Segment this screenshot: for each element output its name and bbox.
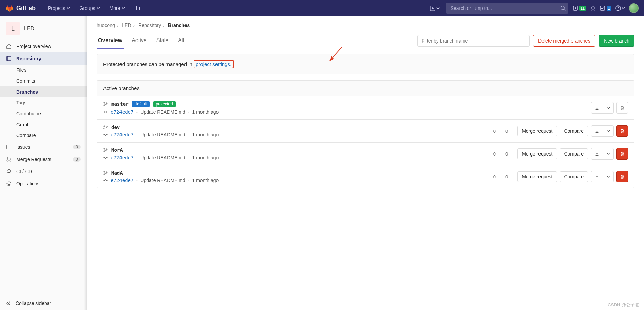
commit-message: Update README.md [140,178,185,183]
operations-icon [6,181,12,186]
commit-sha[interactable]: e724ede7 [111,155,133,160]
sidebar-sub-branches[interactable]: Branches [0,86,87,97]
branches-topbar: Overview Active Stale All Delete merged … [87,33,644,49]
tab-all[interactable]: All [177,33,186,49]
svg-point-16 [7,182,11,186]
nav-right: 11 1 [428,3,639,14]
divergence: 00 [492,151,509,157]
new-dropdown[interactable] [428,4,442,12]
nav-help[interactable] [615,5,625,11]
protected-branches-alert: Protected branches can be managed in pro… [97,54,634,74]
trash-icon [620,174,625,179]
branch-name[interactable]: MorA [111,147,123,153]
nav-issues[interactable]: 11 [573,5,586,11]
chevron-down-icon [607,106,610,110]
svg-point-13 [7,160,8,161]
trash-icon [620,105,625,110]
repository-icon [6,56,12,61]
bc-repository[interactable]: Repository [138,22,161,28]
search-input[interactable] [449,5,560,11]
compare-button[interactable]: Compare [560,171,588,182]
commit-sha[interactable]: e724ede7 [111,109,133,115]
branch-icon [103,102,108,107]
merge-request-button[interactable]: Merge request [517,148,557,159]
branch-name[interactable]: dev [111,125,120,130]
svg-point-22 [104,126,105,127]
sidebar-item-operations[interactable]: Operations [0,178,87,190]
branch-actions: Merge requestCompare [517,148,628,160]
compare-button[interactable]: Compare [560,126,588,136]
download-icon [595,129,599,133]
svg-point-3 [575,7,576,9]
search-icon [560,5,566,11]
global-search[interactable] [446,3,568,14]
commit-sha[interactable]: e724ede7 [111,132,133,137]
tab-stale[interactable]: Stale [155,33,170,49]
nav-todos[interactable]: 1 [600,5,611,11]
commit-time: 1 month ago [192,109,219,115]
download-dropdown[interactable] [591,148,614,160]
active-branches-header: Active branches [97,80,634,96]
sidebar-sub-files[interactable]: Files [0,65,87,76]
svg-point-32 [106,172,108,173]
nav-merge-requests[interactable] [590,5,596,11]
commit-time: 1 month ago [192,178,219,183]
nav-more[interactable]: More [106,3,129,14]
plus-icon [430,6,435,11]
collapse-sidebar[interactable]: Collapse sidebar [0,296,87,310]
compare-button[interactable]: Compare [560,148,588,159]
branch-list: masterdefaultprotectede724ede7·Update RE… [97,96,634,188]
delete-merged-button[interactable]: Delete merged branches [533,35,595,47]
sidebar-sub-compare[interactable]: Compare [0,130,87,141]
sidebar-item-mrs[interactable]: Merge Requests 0 [0,153,87,165]
delete-branch-button[interactable] [616,148,628,160]
gitlab-logo[interactable]: GitLab [5,4,36,12]
nav-left: GitLab Projects Groups More [5,3,143,14]
sidebar-sub-commits[interactable]: Commits [0,76,87,86]
download-dropdown[interactable] [591,171,614,182]
svg-point-4 [591,6,592,7]
svg-point-12 [7,157,8,159]
sidebar-item-repository[interactable]: Repository [0,52,87,65]
user-avatar[interactable] [629,3,639,13]
sidebar-sub-contributors[interactable]: Contributors [0,108,87,119]
svg-point-19 [104,105,105,106]
delete-branch-button[interactable] [616,125,628,137]
project-header[interactable]: L LED [0,16,87,40]
sidebar-sub-tags[interactable]: Tags [0,97,87,108]
filter-branch-input[interactable] [417,35,530,47]
tab-active[interactable]: Active [130,33,148,49]
sidebar-item-cicd[interactable]: CI / CD [0,165,87,178]
bc-owner[interactable]: huocong [97,22,115,28]
sidebar-item-overview[interactable]: Project overview [0,40,87,52]
protected-pill: protected [153,101,176,107]
merge-request-button[interactable]: Merge request [517,171,557,182]
merge-request-button[interactable]: Merge request [517,126,557,136]
nav-projects[interactable]: Projects [45,3,74,14]
chevron-down-icon [607,152,610,156]
branch-row: MadAe724ede7·Update README.md·1 month ag… [97,165,634,188]
bc-project[interactable]: LED [122,22,131,28]
branch-name[interactable]: MadA [111,170,123,176]
commit-sha[interactable]: e724ede7 [111,178,133,183]
delete-branch-button[interactable] [616,102,628,114]
sidebar-sub-graph[interactable]: Graph [0,119,87,130]
nav-groups[interactable]: Groups [76,3,103,14]
download-dropdown[interactable] [591,125,614,137]
svg-point-18 [104,102,105,104]
nav-activity[interactable] [131,3,143,14]
branch-name[interactable]: master [111,101,129,107]
chevron-down-icon [67,6,70,10]
svg-point-15 [8,183,10,185]
sidebar-item-issues[interactable]: Issues 0 [0,141,87,153]
svg-point-21 [104,111,106,113]
issues-icon [573,5,578,11]
tab-overview[interactable]: Overview [97,33,124,49]
help-icon [615,5,621,11]
project-settings-link[interactable]: project settings. [194,60,234,68]
divergence: 00 [492,128,509,134]
new-branch-button[interactable]: New branch [599,35,634,47]
download-dropdown[interactable] [591,102,614,114]
delete-branch-button[interactable] [616,171,628,182]
bc-current: Branches [168,22,190,28]
